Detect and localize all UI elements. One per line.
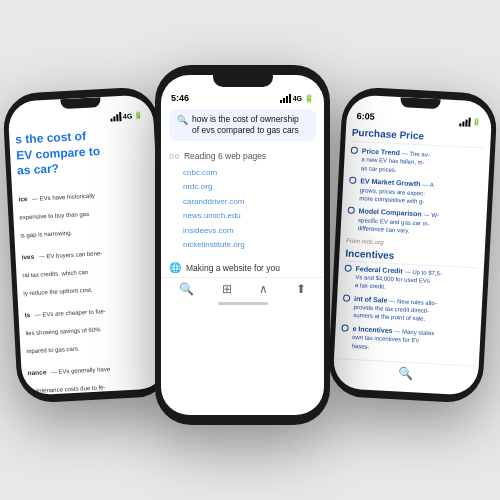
reading-label: Reading 6 web pages (184, 151, 266, 161)
incentive-check-0 (345, 264, 352, 271)
phone-center: 5:46 4G 🔋 🔍 how is the cost of ow (155, 65, 330, 425)
right-time: 6:05 (356, 111, 375, 122)
center-4g: 4G (293, 95, 302, 102)
left-section-3: nance — EVs generally have maintenance c… (27, 354, 164, 395)
phone-left: 4G 🔋 s the cost of EV compare to as car?… (2, 86, 173, 404)
signal-bars (110, 112, 121, 122)
globe-icon: 🌐 (169, 262, 181, 273)
left-label-0: ice (18, 195, 27, 202)
left-status-icons: 4G 🔋 (110, 111, 144, 122)
left-content: s the cost of EV compare to as car? ice … (9, 121, 168, 395)
center-share-nav-icon[interactable]: ⬆ (296, 282, 306, 296)
center-battery: 🔋 (304, 94, 314, 103)
center-status-bar: 5:46 4G 🔋 (161, 89, 324, 105)
center-signal-bars (280, 94, 291, 103)
left-label-2: ts (24, 311, 30, 318)
right-phone-screen: 6:05 🔋 Purchase Price (332, 94, 492, 395)
right-notch (400, 97, 440, 109)
reading-section: ○○ Reading 6 web pages cnbc.com nrdc.org… (169, 151, 316, 252)
left-notch (60, 97, 100, 109)
left-section-2: ts — EVs are cheaper to fue- lies showin… (24, 296, 160, 357)
right-sub-title-0: Price Trend — The av- a new EV has falle… (361, 147, 430, 176)
center-content: 🔍 how is the cost of ownership of evs co… (161, 105, 324, 277)
center-status-icons: 4G 🔋 (280, 94, 314, 103)
right-signal-bars (459, 117, 470, 127)
incentive-2: e Incentives — Many states own tax incen… (340, 324, 474, 358)
incentive-0: Federal Credit — Up to $7,5- Vs and $4,0… (343, 264, 477, 298)
making-section: 🌐 Making a website for you (169, 262, 316, 273)
website-1[interactable]: nrdc.org (169, 180, 316, 194)
left-label-3: nance (27, 368, 46, 376)
center-notch (213, 75, 273, 87)
website-0[interactable]: cnbc.com (169, 166, 316, 180)
center-search-nav-icon[interactable]: 🔍 (179, 282, 194, 296)
right-subsection-1: EV Market Growth — A grows, prices are e… (348, 177, 482, 211)
left-battery: 🔋 (134, 111, 143, 119)
website-4[interactable]: insideevs.com (169, 224, 316, 238)
right-sub-title-1: EV Market Growth — A grows, prices are e… (359, 177, 434, 206)
website-3[interactable]: news.umich.edu (169, 209, 316, 223)
phones-container: 4G 🔋 s the cost of EV compare to as car?… (0, 0, 500, 500)
right-status-icons: 🔋 (459, 117, 481, 127)
right-sub-title-2: Model Comparison — W- specific EV and ga… (358, 207, 439, 236)
search-query: how is the cost of ownership of evs comp… (192, 114, 308, 136)
incentive-sub-1: int of Sale — New rules allo- provide th… (353, 295, 437, 324)
check-0 (351, 147, 358, 154)
right-subsection-0: Price Trend — The av- a new EV has falle… (350, 147, 484, 181)
check-1 (349, 177, 356, 184)
left-label-1: ives (21, 253, 34, 261)
reading-icon: ○○ (169, 151, 180, 161)
purchase-title: Purchase Price (351, 127, 485, 149)
incentive-sub-2: e Incentives — Many states own tax incen… (351, 325, 434, 354)
left-phone-screen: 4G 🔋 s the cost of EV compare to as car?… (7, 94, 167, 395)
center-home-bar (218, 302, 268, 305)
reading-header: ○○ Reading 6 web pages (169, 151, 316, 161)
center-bottom-nav: 🔍 ⊞ ∧ ⬆ (161, 277, 324, 298)
website-2[interactable]: caranddriver.com (169, 195, 316, 209)
incentive-sub-0: Federal Credit — Up to $7,5- Vs and $4,0… (355, 265, 443, 295)
check-2 (348, 207, 355, 214)
search-bar[interactable]: 🔍 how is the cost of ownership of evs co… (169, 109, 316, 141)
left-4g: 4G (123, 112, 133, 119)
center-up-nav-icon[interactable]: ∧ (259, 282, 268, 296)
search-icon: 🔍 (177, 115, 188, 125)
right-subsection-2: Model Comparison — W- specific EV and ga… (346, 207, 480, 241)
incentive-check-2 (341, 324, 348, 331)
left-text-2: — EVs are cheaper to fue- lies showing s… (25, 308, 106, 354)
right-search-icon[interactable]: 🔍 (398, 366, 414, 381)
left-section-0: ice — EVs have historically expensive to… (18, 180, 154, 241)
right-content: Purchase Price Price Trend — The av- a n… (334, 122, 491, 365)
website-5[interactable]: nickelinstitute.org (169, 238, 316, 252)
left-title: s the cost of EV compare to as car? (15, 126, 150, 180)
center-phone-screen: 5:46 4G 🔋 🔍 how is the cost of ow (161, 75, 324, 415)
making-text: Making a website for you (186, 263, 280, 273)
left-text-1: — EV buyers can bene- ral tax credits, w… (22, 250, 102, 296)
center-time: 5:46 (171, 93, 189, 103)
incentive-check-1 (343, 294, 350, 301)
right-battery: 🔋 (472, 118, 481, 126)
left-text-0: — EVs have historically expensive to buy… (19, 192, 95, 238)
phone-right: 6:05 🔋 Purchase Price (327, 86, 498, 404)
center-grid-nav-icon[interactable]: ⊞ (222, 282, 232, 296)
incentive-1: int of Sale — New rules allo- provide th… (342, 294, 476, 328)
left-section-1: ives — EV buyers can bene- ral tax credi… (21, 238, 157, 299)
